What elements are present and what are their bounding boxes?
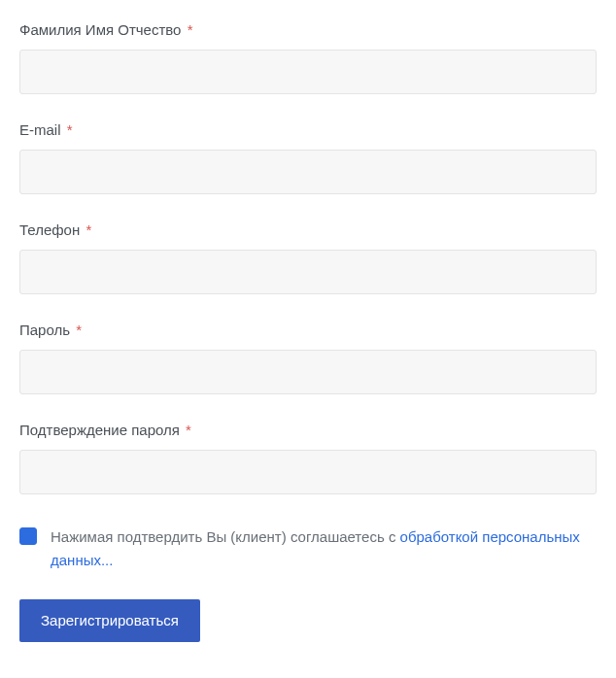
label-text: Телефон — [19, 221, 80, 238]
registration-form: Фамилия Имя Отчество * E-mail * Телефон … — [0, 0, 616, 661]
consent-text: Нажимая подтвердить Вы (клиент) соглашае… — [51, 525, 597, 572]
required-star: * — [67, 121, 73, 138]
email-label: E-mail * — [19, 119, 597, 140]
field-fullname: Фамилия Имя Отчество * — [19, 19, 597, 94]
submit-button[interactable]: Зарегистрироваться — [19, 599, 200, 642]
field-confirm: Подтверждение пароля * — [19, 420, 597, 494]
label-text: Пароль — [19, 322, 70, 338]
label-text: Фамилия Имя Отчество — [19, 21, 181, 38]
fullname-label: Фамилия Имя Отчество * — [19, 19, 597, 40]
required-star: * — [186, 422, 191, 438]
confirm-input[interactable] — [19, 450, 597, 494]
email-input[interactable] — [19, 150, 597, 194]
label-text: E-mail — [19, 121, 61, 138]
phone-label: Телефон * — [19, 220, 597, 240]
field-password: Пароль * — [19, 320, 597, 394]
label-text: Подтверждение пароля — [19, 422, 180, 438]
confirm-label: Подтверждение пароля * — [19, 420, 597, 440]
consent-checkbox[interactable] — [19, 527, 37, 545]
password-input[interactable] — [19, 350, 597, 394]
fullname-input[interactable] — [19, 50, 597, 94]
required-star: * — [86, 221, 91, 238]
field-email: E-mail * — [19, 119, 597, 194]
phone-input[interactable] — [19, 250, 597, 294]
password-label: Пароль * — [19, 320, 597, 340]
field-phone: Телефон * — [19, 220, 597, 294]
consent-text-before: Нажимая подтвердить Вы (клиент) соглашае… — [51, 528, 400, 545]
required-star: * — [76, 322, 82, 338]
required-star: * — [188, 21, 193, 38]
consent-row: Нажимая подтвердить Вы (клиент) соглашае… — [19, 525, 597, 572]
